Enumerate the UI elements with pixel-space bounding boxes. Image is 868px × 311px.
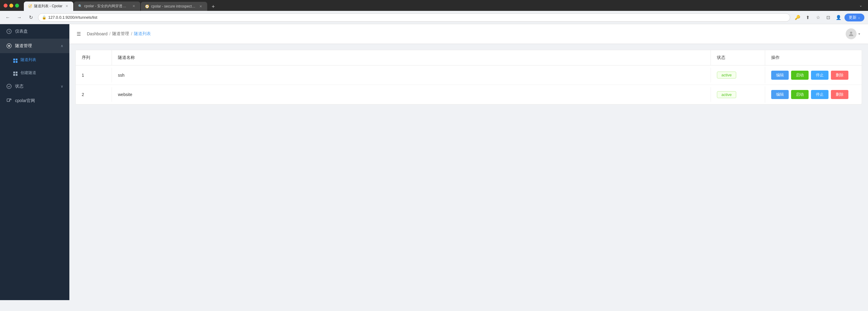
- sidebar-item-tunnel-label: 隧道管理: [15, 43, 58, 49]
- status-icon: [6, 83, 12, 89]
- row1-index: 1: [82, 73, 84, 78]
- address-text: 127.0.0.1:9200/#/tunnels/list: [48, 15, 97, 20]
- tunnel-icon: [6, 43, 12, 49]
- th-name: 隧道名称: [112, 50, 711, 65]
- minimize-button[interactable]: [9, 4, 13, 7]
- table-row: 2 website active 编辑 启动 停止 删除: [76, 85, 862, 104]
- svg-point-2: [8, 45, 10, 47]
- sidebar-item-dashboard[interactable]: 仪表盘: [0, 24, 69, 39]
- breadcrumb-dashboard[interactable]: Dashboard: [87, 31, 108, 36]
- maximize-button[interactable]: [15, 4, 19, 7]
- tab-tunnel-list[interactable]: 🧭 隧道列表 - Cpolar ✕: [24, 1, 73, 11]
- th-actions: 操作: [765, 50, 862, 65]
- tab-title-2: cpolar - 安全的内网穿透工具: [84, 4, 129, 9]
- tab-close-2[interactable]: ✕: [131, 4, 136, 9]
- td-name-1: ssh: [112, 68, 711, 82]
- tab-title-3: cpolar - secure introspectable...: [151, 4, 196, 8]
- browser-chrome: 🧭 隧道列表 - Cpolar ✕ 🔍 cpolar - 安全的内网穿透工具 ✕…: [0, 0, 868, 24]
- sidebar-item-cpolar-label: cpolar官网: [15, 98, 63, 104]
- th-status: 状态: [711, 50, 765, 65]
- tab-title-1: 隧道列表 - Cpolar: [34, 4, 62, 9]
- action-buttons-2: 编辑 启动 停止 删除: [771, 90, 848, 99]
- title-bar: 🧭 隧道列表 - Cpolar ✕ 🔍 cpolar - 安全的内网穿透工具 ✕…: [0, 0, 868, 11]
- new-tab-button[interactable]: +: [209, 2, 217, 11]
- tab-close-1[interactable]: ✕: [64, 4, 69, 9]
- avatar-chevron-icon: ▼: [858, 32, 861, 36]
- sidebar-sub-item-tunnel-list-label: 隧道列表: [21, 57, 36, 62]
- bookmark-icon[interactable]: ☆: [814, 13, 822, 22]
- tab-favicon-2: 🔍: [78, 4, 82, 8]
- edit-button-1[interactable]: 编辑: [771, 70, 789, 80]
- sidebar-sub-item-tunnel-list[interactable]: 隧道列表: [0, 53, 69, 66]
- update-button[interactable]: 更新 ⌄: [844, 13, 864, 22]
- page-body: 序列 隧道名称 状态 操作 1 ssh active: [69, 44, 868, 111]
- external-link-icon: [6, 98, 12, 104]
- grid-icon: [13, 56, 18, 63]
- status-badge-2: active: [717, 91, 736, 98]
- window-expand-icon[interactable]: ⌄: [857, 2, 864, 9]
- avatar[interactable]: [846, 28, 857, 39]
- td-index-2: 2: [76, 87, 112, 102]
- key-icon[interactable]: 🔑: [793, 13, 802, 22]
- update-chevron-icon: ⌄: [858, 16, 860, 19]
- tab-cpolar-secure[interactable]: 🧭 cpolar - secure introspectable... ✕: [141, 2, 207, 11]
- action-buttons-1: 编辑 启动 停止 删除: [771, 70, 848, 80]
- stop-button-1[interactable]: 停止: [811, 70, 829, 80]
- update-label: 更新: [849, 15, 857, 20]
- sidebar-sub-item-create-tunnel[interactable]: 创建隧道: [0, 66, 69, 79]
- header-left: ☰ Dashboard / 隧道管理 / 隧道列表: [76, 31, 151, 37]
- table-icon: [13, 69, 18, 76]
- hamburger-icon[interactable]: ☰: [76, 31, 81, 37]
- profile-icon[interactable]: 👤: [834, 13, 843, 22]
- start-button-2[interactable]: 启动: [791, 90, 809, 99]
- delete-button-1[interactable]: 删除: [831, 70, 848, 80]
- app-container: 仪表盘 隧道管理 ∧ 隧道列表: [0, 24, 868, 300]
- page-header: ☰ Dashboard / 隧道管理 / 隧道列表 ▼: [69, 24, 868, 44]
- table-header: 序列 隧道名称 状态 操作: [76, 50, 862, 65]
- start-button-1[interactable]: 启动: [791, 70, 809, 80]
- row2-index: 2: [82, 92, 84, 97]
- tab-favicon-3: 🧭: [145, 4, 149, 8]
- sidebar-item-tunnel-management[interactable]: 隧道管理 ∧: [0, 39, 69, 53]
- forward-button[interactable]: →: [15, 13, 24, 22]
- td-status-1: active: [711, 67, 765, 83]
- breadcrumb-sep-1: /: [110, 31, 111, 36]
- td-actions-2: 编辑 启动 停止 删除: [765, 85, 862, 104]
- address-bar: ← → ↻ 🔒 127.0.0.1:9200/#/tunnels/list 🔑 …: [0, 11, 868, 24]
- delete-button-2[interactable]: 删除: [831, 90, 848, 99]
- header-avatar-wrapper[interactable]: ▼: [846, 28, 861, 39]
- sidebar-item-status[interactable]: 状态 ∨: [0, 79, 69, 93]
- address-input[interactable]: 🔒 127.0.0.1:9200/#/tunnels/list: [38, 13, 790, 22]
- sidebar-toggle-icon[interactable]: ⊡: [824, 13, 832, 22]
- toolbar-actions: 🔑 ⬆ ☆ ⊡ 👤 更新 ⌄: [793, 13, 864, 22]
- sidebar-sub-item-create-tunnel-label: 创建隧道: [21, 70, 36, 76]
- tunnel-table: 序列 隧道名称 状态 操作 1 ssh active: [75, 50, 862, 105]
- tunnel-management-chevron-icon: ∧: [61, 44, 63, 48]
- tab-cpolar-tool[interactable]: 🔍 cpolar - 安全的内网穿透工具 ✕: [74, 1, 140, 11]
- status-chevron-icon: ∨: [61, 84, 63, 88]
- row1-name: ssh: [118, 73, 125, 78]
- breadcrumb-tunnel-management[interactable]: 隧道管理: [112, 31, 129, 36]
- tab-close-3[interactable]: ✕: [198, 4, 203, 9]
- stop-button-2[interactable]: 停止: [811, 90, 829, 99]
- sidebar-item-dashboard-label: 仪表盘: [15, 29, 63, 34]
- main-content: ☰ Dashboard / 隧道管理 / 隧道列表 ▼: [69, 24, 868, 300]
- lock-icon: 🔒: [42, 16, 46, 20]
- sidebar: 仪表盘 隧道管理 ∧ 隧道列表: [0, 24, 69, 300]
- share-icon[interactable]: ⬆: [803, 13, 812, 22]
- td-actions-1: 编辑 启动 停止 删除: [765, 66, 862, 85]
- close-button[interactable]: [4, 4, 7, 7]
- sidebar-item-status-label: 状态: [15, 84, 58, 89]
- svg-rect-4: [7, 99, 10, 102]
- sidebar-item-cpolar-website[interactable]: cpolar官网: [0, 93, 69, 108]
- status-badge-1: active: [717, 72, 736, 79]
- dashboard-icon: [6, 28, 12, 34]
- edit-button-2[interactable]: 编辑: [771, 90, 789, 99]
- svg-point-5: [850, 32, 852, 34]
- th-index: 序列: [76, 50, 112, 65]
- td-status-2: active: [711, 86, 765, 103]
- back-button[interactable]: ←: [4, 13, 12, 22]
- breadcrumb-tunnel-list[interactable]: 隧道列表: [134, 31, 151, 36]
- td-name-2: website: [112, 87, 711, 102]
- reload-button[interactable]: ↻: [27, 13, 35, 22]
